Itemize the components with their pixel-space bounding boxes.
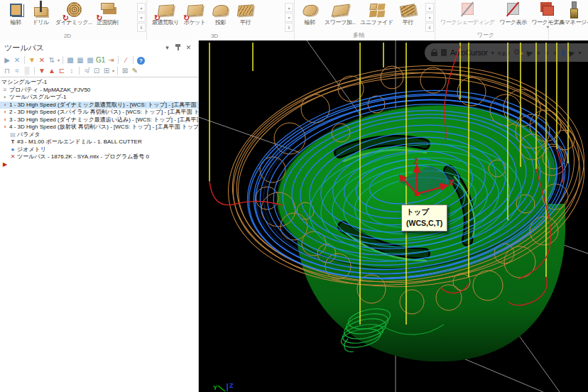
ribbon-group-多軸: 輪郭スワーフ加...ユニファイド平行▴▾⊻多軸 [294, 0, 435, 40]
ribbon-group-label: 2D [0, 33, 135, 39]
select-dropdown-icon[interactable]: ▾ [578, 49, 581, 57]
group-scroll-buttons[interactable]: ▴▾⊻ [425, 3, 433, 32]
tree-row[interactable]: ‹4 - 3D High Speed (放射状 再切削パス) - [WCS: ト… [0, 124, 198, 131]
op-icon: ‹ [1, 116, 9, 124]
ribbon-button-label: ワーク表示 [500, 19, 527, 26]
verify-icon[interactable]: ▦ [76, 55, 85, 65]
move-insert-icon[interactable]: ⊏ [58, 66, 66, 75]
ribbon-button-unified[interactable]: ユニファイド [358, 1, 395, 26]
autocursor-dropdown-icon[interactable]: ▾ [491, 49, 494, 57]
tree-row[interactable]: ‹1 - 3D High Speed (ダイナミック最適荒取り) - [WCS:… [0, 102, 198, 109]
unselect-all-icon[interactable]: ✕ [13, 55, 21, 65]
g1-icon[interactable]: G1 [96, 55, 105, 65]
regen-all-icon[interactable]: ⇅ [48, 55, 56, 65]
ribbon-group-label: 3D [146, 33, 283, 39]
edit-icon[interactable]: ✎ [131, 66, 139, 75]
entity-icon[interactable]: ▮ [561, 49, 565, 57]
mini-axes-gnomon: Y Z [213, 382, 234, 391]
paste-icon[interactable] [441, 49, 447, 56]
lock-icon[interactable] [431, 49, 437, 56]
toolbar-separator [117, 67, 118, 75]
regen-all-icon-dropdown[interactable]: ▾ [58, 58, 60, 62]
svg-text:X: X [449, 179, 454, 187]
ribbon-button-label: スワーフ加... [325, 19, 355, 26]
ribbon-button-pocket[interactable]: ポケット [182, 1, 208, 26]
regen-invalid-icon[interactable]: ✕ [38, 55, 46, 65]
ribbon-button-parallel-multiaxis[interactable]: 平行 [396, 1, 420, 26]
tree-row[interactable]: ▤パラメタ [0, 131, 198, 139]
group-scroll-buttons[interactable]: ▴▾⊻ [285, 3, 293, 32]
ribbon-button-label: ユニファイド [360, 19, 393, 26]
panel-close-button[interactable]: ✕ [183, 44, 194, 51]
lock-icon[interactable]: ⊓ [3, 66, 11, 75]
graphics-viewport[interactable]: AutoCursor ▾ x,y,z ⚙● ▶ ● ● ● ▮ ▶ ▾ [199, 40, 588, 392]
geometry-icon: ● [9, 146, 16, 154]
tree-row[interactable]: ‹2 - 3D High Speed (スパイラル 再切削パス) - [WCS:… [0, 109, 198, 116]
ribbon-group-2D: 輪郭ドリルダイナミック...正面切削▴▾⊻2D [0, 0, 147, 40]
ribbon-button-face-mill[interactable]: 正面切削 [94, 1, 120, 26]
ribbon-button-drill[interactable]: ドリル [28, 1, 53, 26]
cursor-icon[interactable]: ▶ [526, 48, 533, 58]
toolpath-tree: ▪マシングループ-1≡プロパティ - MpMAZAK_FJV50▪ツールパスグル… [0, 77, 198, 168]
move-down-icon[interactable]: ▼ [38, 66, 46, 75]
tree-row[interactable]: ✕ツールパス - 1876.2K - SYA.mtx - プログラム番号 0 [0, 153, 198, 161]
ribbon-button-swarf[interactable]: スワーフ加... [322, 1, 357, 26]
tree-row[interactable]: ●ジオメトリ [0, 146, 198, 154]
regen-selected-icon[interactable]: ▼ [28, 55, 36, 65]
toolbar-separator [79, 67, 80, 75]
ribbon-button-opti-rough[interactable]: 最適荒取り [150, 1, 181, 26]
tree-row[interactable]: ▪マシングループ-1 [0, 79, 198, 87]
svg-text:Z: Z [229, 382, 234, 389]
ribbon-button-parallel-3d[interactable]: 平行 [233, 1, 257, 26]
backplot-icon[interactable]: ▩ [66, 55, 75, 65]
ribbon-group-label: 多軸 [294, 31, 423, 39]
toolpath-display-icon[interactable]: ≈ [13, 66, 21, 75]
panel-header: ツールパス ▾ ✕ [0, 40, 198, 55]
scroll-insert-icon[interactable]: ↕ [67, 66, 76, 75]
numbering-icon-dropdown[interactable]: ▾ [112, 68, 114, 73]
edit-toolpath-icon[interactable]: ∕ [121, 55, 130, 65]
ribbon-button-dynamic-mill[interactable]: ダイナミック... [53, 1, 94, 26]
move-up-icon[interactable]: ▲ [48, 66, 56, 75]
ribbon-button-tool-manager[interactable]: 工具マネージャ [552, 1, 588, 26]
sphere-icon[interactable]: ● [552, 49, 557, 57]
pin-icon [174, 43, 182, 51]
tree-row-label: 3 - 3D High Speed (ダイナミック最適追い込み) - [WCS:… [9, 116, 198, 124]
ghost-icon[interactable]: ▒ [23, 66, 31, 75]
numbering-icon[interactable]: ⊞ [102, 66, 111, 75]
ribbon: 輪郭ドリルダイナミック...正面切削▴▾⊻2D最適荒取りポケット投影平行▴▾⊻3… [0, 0, 588, 41]
ribbon-button-label: ワークシェーディング [440, 19, 495, 26]
toolpath-toolbar-row1: ▶✕▼✕⇅▾▩▦▩G1⇥∕? [0, 55, 198, 65]
tree-insert-arrow[interactable]: ▶ [0, 161, 198, 169]
panel-menu-button[interactable]: ▾ [162, 44, 173, 51]
ribbon-group-3D: 最適荒取りポケット投影平行▴▾⊻3D [146, 0, 295, 40]
gear-icon[interactable]: ⚙● [513, 48, 523, 57]
tree-row[interactable]: T#3 - M1.00 ボールエンドミル - 1. BALL CUTTER [0, 138, 198, 146]
ribbon-button-contour-2d[interactable]: 輪郭 [4, 1, 28, 26]
tree-row[interactable]: ▪ツールパスグループ-1 [0, 94, 198, 102]
feed-moves [209, 46, 563, 305]
retract-lines [209, 43, 568, 325]
select-all-icon[interactable]: ▶ [3, 55, 11, 65]
construction-lines [199, 40, 588, 392]
hourglass-icon[interactable]: ⊠ [121, 66, 129, 75]
sphere-icon[interactable]: ● [545, 49, 550, 57]
ribbon-button-contour-multiaxis[interactable]: 輪郭 [298, 1, 322, 26]
sphere-icon[interactable]: ● [536, 49, 541, 57]
simulate-icon[interactable]: ▩ [86, 55, 94, 65]
ribbon-button-project[interactable]: 投影 [208, 1, 232, 26]
toolpath-hide-icon[interactable]: ≉ [82, 66, 91, 75]
tree-row[interactable]: ‹3 - 3D High Speed (ダイナミック最適追い込み) - [WCS… [0, 116, 198, 124]
copy-icon[interactable]: ⊡ [92, 66, 101, 75]
help-icon[interactable]: ? [136, 55, 145, 65]
panel-pin-button[interactable] [173, 43, 183, 53]
group-scroll-buttons[interactable]: ▴▾⊻ [137, 3, 145, 32]
xyz-icon[interactable]: x,y,z [498, 49, 510, 57]
tree-row[interactable]: ≡プロパティ - MpMAZAK_FJV50 [0, 87, 198, 94]
ribbon-button-label: 投影 [215, 19, 226, 26]
svg-text:Z: Z [414, 158, 418, 165]
ribbon-button-stock-display[interactable]: ワーク表示 [498, 1, 529, 26]
post-icon[interactable]: ⇥ [107, 55, 115, 65]
select-icon[interactable]: ▶ [568, 48, 576, 58]
tree-row-label: パラメタ [17, 131, 40, 139]
